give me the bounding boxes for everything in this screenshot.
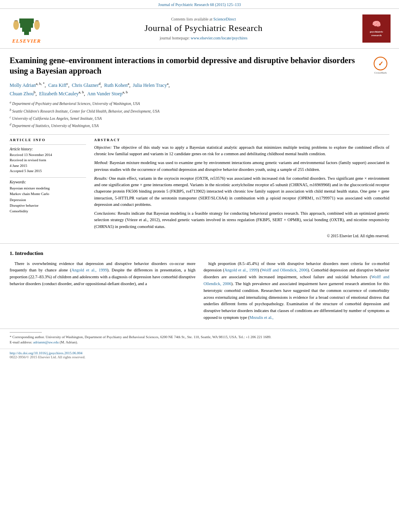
copyright-notice: © 2015 Elsevier Ltd. All rights reserved… xyxy=(94,233,389,239)
article-body-cols: ARTICLE INFO Article history: Received 1… xyxy=(10,138,389,239)
svg-rect-7 xyxy=(35,20,39,21)
introduction-section: 1. Introduction There is overwhelming ev… xyxy=(0,243,399,329)
svg-rect-6 xyxy=(14,20,18,21)
intro-para-2: high proportion (8.5–45.4%) of those wit… xyxy=(204,261,389,321)
intro-section-title: 1. Introduction xyxy=(10,250,389,257)
keyword-3: Depression xyxy=(10,197,86,203)
contents-available-line: Contents lists available at ScienceDirec… xyxy=(51,17,356,21)
keywords-divider xyxy=(10,177,86,178)
article-info-divider xyxy=(10,144,86,145)
wolff-ollendick-link-2[interactable]: Wolff and Ollendick, 2006 xyxy=(204,275,389,286)
affiliations-block: a Department of Psychiatry and Behaviora… xyxy=(10,100,389,129)
author-julia-helen-tracy[interactable]: Julia Helen Tracy xyxy=(133,82,167,88)
corresponding-author-note: * Corresponding author. University of Wa… xyxy=(10,335,389,340)
issn-line: 0022-3956/© 2015 Elsevier Ltd. All right… xyxy=(10,355,389,359)
conclusions-label: Conclusions: xyxy=(94,211,116,216)
journal-brand-logo: 🧠 psychiatricresearch xyxy=(360,14,393,43)
keywords-list: Bayesian mixture modeling Markov chain M… xyxy=(10,185,86,214)
objective-text: The objective of this study was to apply… xyxy=(94,145,389,156)
article-title: Examining gene–environment interactions … xyxy=(10,55,367,76)
wolff-ollendick-link[interactable]: Wolff and Ollendick, 2006 xyxy=(261,268,307,272)
keywords-label: Keywords: xyxy=(10,180,86,184)
brain-icon: 🧠 xyxy=(372,20,381,29)
svg-rect-3 xyxy=(19,18,34,23)
abstract-body: Objective: The objective of this study w… xyxy=(94,144,389,239)
elsevier-wordmark: ELSEVIER xyxy=(12,38,41,44)
author-ann-vander-stoep[interactable]: Ann Vander Stoep xyxy=(87,91,123,97)
author-ruth-kohen[interactable]: Ruth Kohen xyxy=(104,82,128,88)
author-cara-kiff[interactable]: Cara Kiff xyxy=(48,82,66,88)
abstract-section-label: ABSTRACT xyxy=(94,138,389,142)
crossmark-logo: ✓ CrossMark xyxy=(372,57,389,74)
intro-left-col: There is overwhelming evidence that depr… xyxy=(10,261,195,325)
svg-point-5 xyxy=(34,20,40,30)
keyword-2: Markov chain Monte Carlo xyxy=(10,191,86,197)
footnote-divider xyxy=(10,332,42,333)
intro-right-col: high proportion (8.5–45.4%) of those wit… xyxy=(204,261,389,325)
journal-citation: Journal of Psychiatric Research 68 (2015… xyxy=(158,2,241,7)
article-history-label: Article history: xyxy=(10,147,86,151)
article-info-label: ARTICLE INFO xyxy=(10,138,86,142)
elsevier-logo: ELSEVIER xyxy=(6,13,47,44)
abstract-method: Method: Bayesian mixture modeling was us… xyxy=(94,160,389,173)
results-text: One main effect, variants in the oxytoci… xyxy=(94,176,389,207)
footnote-area: * Corresponding author. University of Wa… xyxy=(0,329,399,349)
conclusions-text: Results indicate that Bayesian modeling … xyxy=(94,211,389,229)
affiliation-a: a Department of Psychiatry and Behaviora… xyxy=(10,100,389,107)
email-link[interactable]: adrianm@uw.edu xyxy=(33,340,58,344)
article-content: Examining gene–environment interactions … xyxy=(0,49,399,243)
mezulis-link[interactable]: Mezulis et al., xyxy=(249,315,273,320)
keyword-1: Bayesian mixture modeling xyxy=(10,185,86,191)
section-divider xyxy=(10,134,389,135)
results-label: Results: xyxy=(94,176,108,181)
abstract-objective: Objective: The objective of this study w… xyxy=(94,144,389,158)
journal-citation-bar: Journal of Psychiatric Research 68 (2015… xyxy=(0,0,399,8)
method-label: Method: xyxy=(94,160,109,165)
angold-1999-link[interactable]: Angold et al., 1999 xyxy=(71,268,107,272)
intro-para-1: There is overwhelming evidence that depr… xyxy=(10,261,195,288)
bottom-bar: http://dx.doi.org/10.1016/j.jpsychires.2… xyxy=(0,349,399,361)
doi-line: http://dx.doi.org/10.1016/j.jpsychires.2… xyxy=(10,351,389,355)
svg-point-4 xyxy=(13,20,19,30)
author-chuan-zhou[interactable]: Chuan Zhou xyxy=(10,91,34,97)
received-revised-label: Received in revised form xyxy=(10,158,86,163)
title-area: Examining gene–environment interactions … xyxy=(10,55,389,76)
journal-header: ELSEVIER Contents lists available at Sci… xyxy=(0,8,399,49)
abstract-conclusions: Conclusions: Results indicate that Bayes… xyxy=(94,210,389,230)
journal-title: Journal of Psychiatric Research xyxy=(51,23,356,33)
objective-label: Objective: xyxy=(94,145,112,150)
author-chris-glazner[interactable]: Chris Glazner xyxy=(72,82,99,88)
angold-1999-link-2[interactable]: Angold et al., 1999 xyxy=(224,268,258,272)
accepted-date: Accepted 5 June 2015 xyxy=(10,168,86,174)
email-line: E-mail address: adrianm@uw.edu (M. Adria… xyxy=(10,340,389,345)
keyword-4: Disruptive behavior xyxy=(10,203,86,208)
crossmark-label: CrossMark xyxy=(374,71,387,74)
affiliation-c: c University of California Los Angeles, … xyxy=(10,115,389,122)
psychiatric-research-logo-box: 🧠 psychiatricresearch xyxy=(362,14,391,43)
authors-line: Molly Adriana, b, *, Cara Kiffc, Chris G… xyxy=(10,81,389,98)
affiliation-b: b Seattle Children's Research Institute,… xyxy=(10,108,389,115)
received-date: Received 13 November 2014 xyxy=(10,152,86,158)
article-info-col: ARTICLE INFO Article history: Received 1… xyxy=(10,138,86,239)
homepage-line: journal homepage: www.elsevier.com/locat… xyxy=(51,36,356,40)
revised-date: 4 June 2015 xyxy=(10,163,86,169)
method-text: Bayesian mixture modeling was used to ex… xyxy=(94,160,389,171)
journal-homepage-link[interactable]: www.elsevier.com/locate/psychires xyxy=(191,36,247,40)
keyword-5: Comorbidity xyxy=(10,208,86,214)
header-center-info: Contents lists available at ScienceDirec… xyxy=(51,17,356,40)
crossmark-icon: ✓ xyxy=(374,57,387,70)
intro-cols: There is overwhelming evidence that depr… xyxy=(10,261,389,325)
abstract-col: ABSTRACT Objective: The objective of thi… xyxy=(94,138,389,239)
sciencedirect-link[interactable]: ScienceDirect xyxy=(213,17,236,21)
affiliation-d: d Department of Statistics, University o… xyxy=(10,122,389,129)
author-elizabeth-mccauley[interactable]: Elizabeth McCauley xyxy=(39,91,78,97)
abstract-results: Results: One main effect, variants in th… xyxy=(94,175,389,208)
author-molly-adrian[interactable]: Molly Adrian xyxy=(10,82,36,88)
doi-link[interactable]: http://dx.doi.org/10.1016/j.jpsychires.2… xyxy=(10,351,82,355)
